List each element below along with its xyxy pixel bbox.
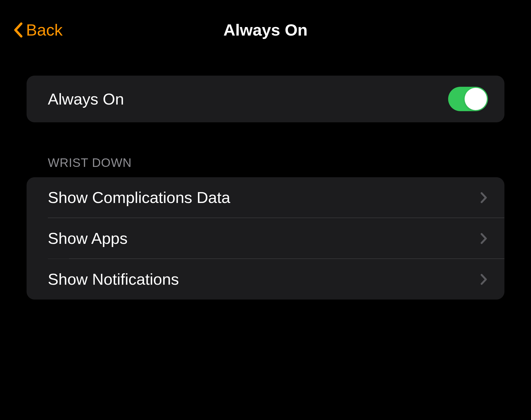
toggle-group: Always On [27, 76, 504, 122]
show-apps-row[interactable]: Show Apps [48, 218, 504, 259]
chevron-right-icon [480, 273, 488, 285]
always-on-label: Always On [48, 90, 124, 108]
toggle-knob [465, 88, 487, 110]
chevron-back-icon [13, 22, 23, 38]
show-notifications-label: Show Notifications [48, 270, 179, 288]
always-on-toggle[interactable] [448, 87, 488, 111]
back-button[interactable]: Back [13, 20, 63, 39]
show-notifications-row[interactable]: Show Notifications [48, 259, 504, 300]
show-complications-row[interactable]: Show Complications Data [27, 177, 504, 218]
navigation-bar: Back Always On [0, 0, 531, 50]
content-area: Always On Wrist Down Show Complications … [0, 50, 531, 300]
always-on-toggle-row[interactable]: Always On [27, 76, 504, 122]
show-complications-label: Show Complications Data [48, 188, 230, 207]
show-apps-label: Show Apps [48, 229, 128, 248]
wrist-down-header: Wrist Down [27, 155, 504, 177]
wrist-down-group: Show Complications Data Show Apps [27, 177, 504, 300]
chevron-right-icon [480, 192, 488, 204]
page-title: Always On [223, 20, 308, 39]
back-label: Back [26, 20, 63, 39]
chevron-right-icon [480, 232, 488, 245]
